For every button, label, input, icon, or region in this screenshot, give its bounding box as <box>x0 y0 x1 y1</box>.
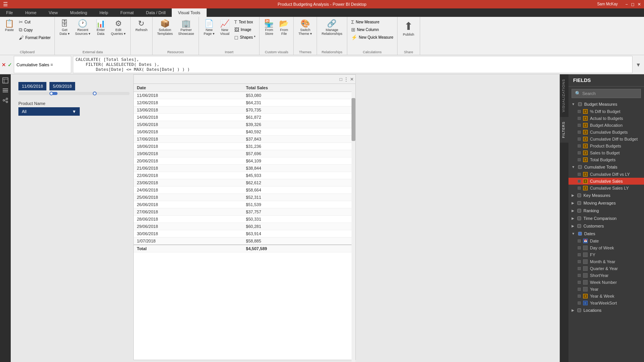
field-item[interactable]: fCumulative Sales <box>568 178 644 185</box>
from-store-btn[interactable]: 🏪 FromStore <box>262 18 276 37</box>
tab-data-drill[interactable]: Data / Drill <box>140 8 172 17</box>
refresh-btn[interactable]: ↻ Refresh <box>133 18 150 33</box>
copy-btn[interactable]: ⧉ Copy <box>17 26 52 34</box>
minimize-btn[interactable]: − <box>626 2 628 7</box>
edit-queries-btn[interactable]: ⚙ EditQueries ▾ <box>108 18 128 37</box>
visual-focus-icon[interactable]: □ <box>340 77 342 82</box>
new-visual-btn[interactable]: 📈 NewVisual <box>218 18 232 37</box>
app-menu[interactable]: ☰ <box>3 1 8 7</box>
from-file-btn[interactable]: 📂 FromFile <box>277 18 291 37</box>
field-group-header-2[interactable]: ▶Key Measures <box>568 192 644 199</box>
visualizations-tab[interactable]: VISUALIZATIONS <box>560 74 568 117</box>
tab-modeling[interactable]: Modeling <box>64 8 94 17</box>
field-item[interactable]: fYear & Week <box>568 293 644 300</box>
image-btn[interactable]: 🖼 Image <box>233 26 257 33</box>
field-item[interactable]: fBudget Allocation <box>568 122 644 129</box>
expand-icon: ▶ <box>572 216 574 220</box>
field-item[interactable]: ShortYear <box>568 272 644 279</box>
tab-home[interactable]: Home <box>19 8 43 17</box>
field-item-label: Quarter & Year <box>590 266 618 271</box>
data-table-container[interactable]: Date Total Sales 11/06/2018$53,08012/06/… <box>134 84 355 360</box>
report-view-icon[interactable] <box>1 76 10 85</box>
paste-btn[interactable]: 📋 Paste <box>2 18 16 33</box>
svg-rect-5 <box>3 92 8 92</box>
filters-tab[interactable]: FILTERS <box>560 117 568 143</box>
visual-more-icon[interactable]: ⋮ <box>344 77 348 82</box>
field-item[interactable]: 📅Date <box>568 238 644 244</box>
field-item[interactable]: Quarter & Year <box>568 265 644 272</box>
group-label: Ranking <box>583 208 599 213</box>
field-item[interactable]: fSales to Budget <box>568 149 644 156</box>
field-group-header-1[interactable]: ▼Cumulative Totals <box>568 163 644 171</box>
partner-showcase-btn[interactable]: 🏢 PartnerShowcase <box>176 18 197 37</box>
tab-format[interactable]: Format <box>114 8 140 17</box>
tab-help[interactable]: Help <box>93 8 114 17</box>
product-dropdown-arrow: ▼ <box>72 109 76 114</box>
group-color-dot <box>578 102 582 106</box>
field-item[interactable]: Week Number <box>568 279 644 286</box>
field-item[interactable]: Month & Year <box>568 258 644 265</box>
field-item[interactable]: f% Diff to Budget <box>568 108 644 115</box>
field-item-label: Total Budgets <box>590 157 616 162</box>
formula-confirm-btn[interactable]: ✓ <box>8 62 12 68</box>
date-range-slider[interactable] <box>18 92 130 95</box>
publish-btn[interactable]: ⬆ Publish <box>400 18 417 38</box>
shapes-btn[interactable]: ◻ Shapes * <box>233 34 257 41</box>
manage-relationships-btn[interactable]: 🔗 ManageRelationships <box>319 18 345 37</box>
table-scrollbar[interactable] <box>352 84 355 362</box>
new-measure-btn[interactable]: Σ New Measure <box>350 18 395 26</box>
field-group-header-3[interactable]: ▶Moving Averages <box>568 199 644 207</box>
format-painter-btn[interactable]: 🖌 Format Painter <box>17 34 52 41</box>
enter-data-btn[interactable]: 📊 EnterData <box>94 18 108 37</box>
new-page-icon: 📄 <box>204 20 214 27</box>
field-group-header-8[interactable]: ▶Locations <box>568 306 644 314</box>
date-end-input[interactable]: 5/09/2018 <box>49 82 75 90</box>
field-item[interactable]: fCumulative Sales LY <box>568 185 644 192</box>
field-item[interactable]: fCumulative Diff vs LY <box>568 171 644 178</box>
expand-icon: ▶ <box>572 224 574 228</box>
new-column-btn[interactable]: ⊞ New Column <box>350 26 395 33</box>
new-page-btn[interactable]: 📄 NewPage ▾ <box>201 18 217 37</box>
recent-sources-btn[interactable]: 🕐 RecentSources ▾ <box>73 18 93 37</box>
switch-theme-btn[interactable]: 🎨 SwitchTheme ▾ <box>296 18 314 37</box>
data-view-icon[interactable] <box>1 86 10 95</box>
field-item[interactable]: Day of Week <box>568 244 644 251</box>
field-item[interactable]: fCumulative Diff to Budget <box>568 136 644 143</box>
cell-sales: $39,326 <box>243 121 355 128</box>
field-group-header-0[interactable]: ▼Budget Measures <box>568 100 644 108</box>
fields-search-input[interactable] <box>582 91 637 96</box>
model-view-icon[interactable] <box>1 96 10 105</box>
fields-search-box[interactable]: 🔍 <box>572 89 641 98</box>
field-item[interactable]: fCumulative Budgets <box>568 129 644 136</box>
formula-close-btn[interactable]: ✕ <box>2 62 6 68</box>
cut-btn[interactable]: ✂ Cut <box>17 18 52 26</box>
product-dropdown[interactable]: All ▼ <box>18 107 80 116</box>
new-quick-measure-btn[interactable]: ⚡ New Quick Measure <box>350 34 395 41</box>
formula-input[interactable]: CALCULATE( [Total Sales], FILTER( ALLSEL… <box>73 56 632 73</box>
get-data-btn[interactable]: 🗄 GetData ▾ <box>57 18 72 37</box>
solution-templates-btn[interactable]: 📦 SolutionTemplates <box>155 18 175 37</box>
visual-expand-icon[interactable]: ✕ <box>350 77 354 82</box>
field-item[interactable]: Year <box>568 286 644 293</box>
field-item[interactable]: fActual to Budgets <box>568 115 644 122</box>
tab-file[interactable]: File <box>0 8 19 17</box>
field-item[interactable]: FY <box>568 251 644 258</box>
tab-visual-tools[interactable]: Visual Tools <box>172 8 206 17</box>
restore-btn[interactable]: ◻ <box>631 2 634 7</box>
field-group-header-5[interactable]: ▶Time Comparison <box>568 215 644 222</box>
field-item[interactable]: fTotal Budgets <box>568 156 644 163</box>
field-group-header-6[interactable]: ▶Customers <box>568 222 644 230</box>
date-start-input[interactable]: 11/06/2018 <box>18 82 46 90</box>
field-group-header-4[interactable]: ▶Ranking <box>568 207 644 215</box>
field-item[interactable]: ΣYearWeekSort <box>568 300 644 306</box>
publish-icon: ⬆ <box>404 20 413 33</box>
field-group-header-7[interactable]: ▼Dates <box>568 230 644 238</box>
slider-handle-end[interactable] <box>93 92 97 95</box>
field-item[interactable]: fProduct Budgets <box>568 143 644 149</box>
format-painter-icon: 🖌 <box>19 35 24 41</box>
tab-view[interactable]: View <box>43 8 64 17</box>
formula-expand-btn[interactable]: ▼ <box>634 56 642 73</box>
close-btn[interactable]: ✕ <box>637 2 641 7</box>
group-color-dot <box>578 165 582 169</box>
text-box-btn[interactable]: T Text box <box>233 18 257 26</box>
